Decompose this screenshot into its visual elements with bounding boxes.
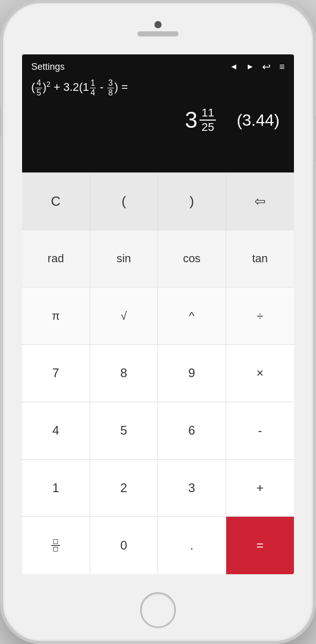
decimal-button[interactable]: . bbox=[158, 517, 226, 574]
open-paren-button[interactable]: ( bbox=[90, 173, 159, 230]
result-whole: 3 bbox=[185, 107, 197, 133]
result-denominator: 25 bbox=[200, 121, 216, 133]
calc-header: Settings ◄ ► ↩ ≡ bbox=[31, 61, 285, 73]
four-button[interactable]: 4 bbox=[22, 402, 90, 459]
button-row-6: 1 2 3 + bbox=[22, 460, 294, 517]
tan-button[interactable]: tan bbox=[226, 230, 294, 287]
seven-button[interactable]: 7 bbox=[22, 345, 90, 402]
phone-frame: Settings ◄ ► ↩ ≡ ( 4 5 )2 + 3.2(1 1 4 - … bbox=[0, 0, 316, 644]
eight-button[interactable]: 8 bbox=[90, 345, 159, 402]
button-row-1: C ( ) ⇦ bbox=[22, 173, 294, 230]
cos-button[interactable]: cos bbox=[158, 230, 226, 287]
nav-forward-icon[interactable]: ► bbox=[246, 62, 254, 71]
frac-1-4: 1 4 bbox=[90, 79, 96, 97]
button-row-5: 4 5 6 - bbox=[22, 402, 294, 460]
result-mixed: 3 11 25 bbox=[185, 107, 216, 133]
multiply-button[interactable]: × bbox=[226, 345, 294, 402]
fraction-icon bbox=[51, 539, 60, 552]
six-button[interactable]: 6 bbox=[158, 402, 226, 459]
one-button[interactable]: 1 bbox=[22, 460, 90, 517]
phone-bottom bbox=[3, 579, 313, 641]
nine-button[interactable]: 9 bbox=[158, 345, 226, 402]
screen: Settings ◄ ► ↩ ≡ ( 4 5 )2 + 3.2(1 1 4 - … bbox=[22, 54, 294, 574]
frac-3-8: 3 8 bbox=[107, 79, 114, 97]
add-button[interactable]: + bbox=[226, 460, 294, 517]
menu-icon[interactable]: ≡ bbox=[279, 62, 285, 72]
camera bbox=[154, 21, 162, 28]
three-button[interactable]: 3 bbox=[158, 460, 226, 517]
button-row-3: π √ ^ ÷ bbox=[22, 287, 294, 345]
result-fraction: 11 25 bbox=[200, 107, 216, 133]
settings-label[interactable]: Settings bbox=[31, 62, 65, 72]
expression: ( 4 5 )2 + 3.2(1 1 4 - 3 8 ) = bbox=[31, 79, 285, 97]
divide-button[interactable]: ÷ bbox=[226, 287, 294, 344]
result-numerator: 11 bbox=[200, 107, 216, 121]
five-button[interactable]: 5 bbox=[90, 402, 159, 459]
backspace-button[interactable]: ⇦ bbox=[226, 173, 294, 230]
clear-button[interactable]: C bbox=[22, 173, 90, 230]
power-button[interactable]: ^ bbox=[158, 287, 226, 344]
button-row-4: 7 8 9 × bbox=[22, 345, 294, 402]
rad-button[interactable]: rad bbox=[22, 230, 90, 287]
close-paren-button[interactable]: ) bbox=[158, 173, 226, 230]
two-button[interactable]: 2 bbox=[90, 460, 159, 517]
result-decimal: (3.44) bbox=[236, 111, 280, 130]
sin-button[interactable]: sin bbox=[90, 230, 159, 287]
speaker bbox=[137, 31, 179, 36]
calc-buttons: C ( ) ⇦ rad sin cos tan π √ ^ ÷ 7 bbox=[22, 172, 294, 574]
undo-icon[interactable]: ↩ bbox=[262, 61, 271, 73]
frac-4-5: 4 5 bbox=[35, 79, 42, 97]
fraction-button[interactable] bbox=[22, 517, 90, 574]
calc-display: Settings ◄ ► ↩ ≡ ( 4 5 )2 + 3.2(1 1 4 - … bbox=[22, 54, 294, 172]
phone-top bbox=[3, 3, 313, 54]
equals-button[interactable]: = bbox=[226, 517, 294, 574]
subtract-button[interactable]: - bbox=[226, 402, 294, 459]
pi-button[interactable]: π bbox=[22, 287, 90, 344]
home-button[interactable] bbox=[140, 592, 176, 628]
zero-button[interactable]: 0 bbox=[90, 517, 159, 574]
button-row-2: rad sin cos tan bbox=[22, 230, 294, 288]
result-row: 3 11 25 (3.44) bbox=[31, 107, 285, 133]
nav-back-icon[interactable]: ◄ bbox=[230, 62, 238, 71]
button-row-7: 0 . = bbox=[22, 517, 294, 574]
header-controls: ◄ ► ↩ ≡ bbox=[230, 61, 285, 73]
sqrt-button[interactable]: √ bbox=[90, 287, 159, 344]
